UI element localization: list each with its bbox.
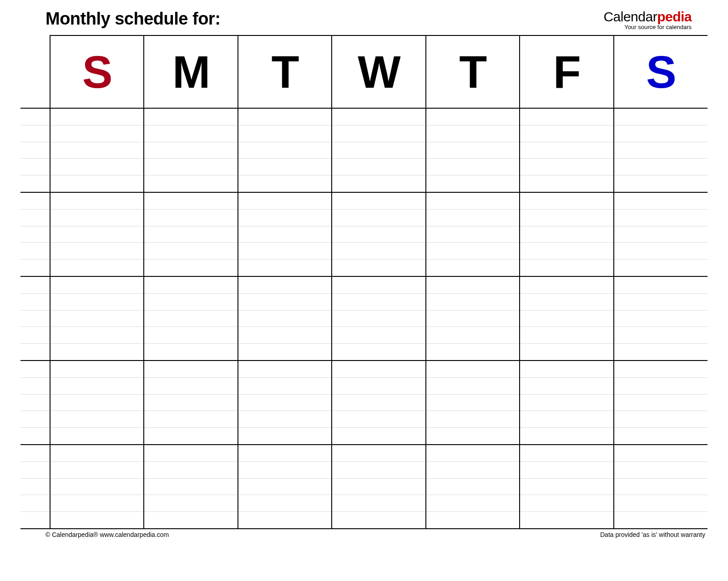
schedule-line[interactable] <box>426 109 519 125</box>
schedule-line[interactable] <box>520 428 613 444</box>
schedule-line[interactable] <box>238 344 331 360</box>
schedule-line[interactable] <box>20 361 50 378</box>
schedule-line[interactable] <box>144 159 237 175</box>
schedule-line[interactable] <box>426 395 519 411</box>
schedule-line[interactable] <box>426 142 519 159</box>
day-cell[interactable] <box>332 108 425 192</box>
day-cell[interactable] <box>144 445 238 529</box>
schedule-line[interactable] <box>614 395 708 411</box>
schedule-line[interactable] <box>426 495 519 512</box>
schedule-line[interactable] <box>426 175 519 192</box>
schedule-line[interactable] <box>20 260 50 276</box>
schedule-line[interactable] <box>51 243 143 260</box>
day-cell[interactable] <box>426 361 520 445</box>
schedule-line[interactable] <box>332 175 425 192</box>
schedule-line[interactable] <box>20 411 50 428</box>
schedule-line[interactable] <box>614 361 708 378</box>
schedule-line[interactable] <box>51 445 143 462</box>
schedule-line[interactable] <box>144 142 237 159</box>
day-cell[interactable] <box>426 276 520 361</box>
schedule-line[interactable] <box>51 277 143 294</box>
schedule-line[interactable] <box>20 125 50 142</box>
day-cell[interactable] <box>238 361 332 445</box>
schedule-line[interactable] <box>332 512 425 528</box>
day-cell[interactable] <box>332 445 425 529</box>
schedule-line[interactable] <box>238 411 331 428</box>
schedule-line[interactable] <box>238 277 331 294</box>
schedule-line[interactable] <box>51 479 143 496</box>
schedule-line[interactable] <box>332 361 425 378</box>
schedule-line[interactable] <box>51 125 143 142</box>
schedule-line[interactable] <box>51 311 143 327</box>
schedule-line[interactable] <box>51 260 143 276</box>
schedule-line[interactable] <box>332 327 425 344</box>
day-cell[interactable] <box>614 276 708 361</box>
schedule-line[interactable] <box>520 260 613 276</box>
schedule-line[interactable] <box>614 378 708 395</box>
schedule-line[interactable] <box>238 260 331 276</box>
schedule-line[interactable] <box>520 311 613 327</box>
schedule-line[interactable] <box>520 479 613 496</box>
day-cell[interactable] <box>614 361 708 445</box>
schedule-line[interactable] <box>426 125 519 142</box>
schedule-line[interactable] <box>520 159 613 175</box>
day-cell[interactable] <box>614 108 708 192</box>
schedule-line[interactable] <box>332 277 425 294</box>
schedule-line[interactable] <box>426 344 519 360</box>
schedule-line[interactable] <box>332 260 425 276</box>
schedule-line[interactable] <box>144 361 237 378</box>
week-label-cell[interactable] <box>20 192 50 276</box>
schedule-line[interactable] <box>520 445 613 462</box>
schedule-line[interactable] <box>144 428 237 444</box>
schedule-line[interactable] <box>144 125 237 142</box>
day-cell[interactable] <box>520 361 613 445</box>
schedule-line[interactable] <box>144 175 237 192</box>
schedule-line[interactable] <box>614 210 708 226</box>
day-cell[interactable] <box>50 192 144 276</box>
schedule-line[interactable] <box>20 210 50 226</box>
day-cell[interactable] <box>238 108 332 192</box>
schedule-line[interactable] <box>520 175 613 192</box>
schedule-line[interactable] <box>51 378 143 395</box>
schedule-line[interactable] <box>426 260 519 276</box>
schedule-line[interactable] <box>520 327 613 344</box>
schedule-line[interactable] <box>51 395 143 411</box>
schedule-line[interactable] <box>614 193 708 210</box>
schedule-line[interactable] <box>520 210 613 226</box>
schedule-line[interactable] <box>238 495 331 512</box>
schedule-line[interactable] <box>426 294 519 311</box>
day-cell[interactable] <box>238 445 332 529</box>
schedule-line[interactable] <box>238 479 331 496</box>
schedule-line[interactable] <box>144 479 237 496</box>
schedule-line[interactable] <box>332 125 425 142</box>
schedule-line[interactable] <box>144 294 237 311</box>
schedule-line[interactable] <box>51 411 143 428</box>
day-cell[interactable] <box>144 276 238 361</box>
schedule-line[interactable] <box>332 193 425 210</box>
schedule-line[interactable] <box>51 361 143 378</box>
schedule-line[interactable] <box>20 226 50 243</box>
schedule-line[interactable] <box>426 226 519 243</box>
day-cell[interactable] <box>144 108 238 192</box>
schedule-line[interactable] <box>426 210 519 226</box>
schedule-line[interactable] <box>426 327 519 344</box>
schedule-line[interactable] <box>614 311 708 327</box>
schedule-line[interactable] <box>426 479 519 496</box>
day-cell[interactable] <box>50 361 144 445</box>
schedule-line[interactable] <box>144 495 237 512</box>
schedule-line[interactable] <box>614 294 708 311</box>
schedule-line[interactable] <box>614 327 708 344</box>
schedule-line[interactable] <box>332 428 425 444</box>
schedule-line[interactable] <box>520 378 613 395</box>
schedule-line[interactable] <box>238 175 331 192</box>
schedule-line[interactable] <box>520 294 613 311</box>
schedule-line[interactable] <box>238 226 331 243</box>
schedule-line[interactable] <box>520 462 613 479</box>
schedule-line[interactable] <box>20 344 50 360</box>
schedule-line[interactable] <box>614 428 708 444</box>
week-label-cell[interactable] <box>20 445 50 529</box>
schedule-line[interactable] <box>51 109 143 125</box>
schedule-line[interactable] <box>332 462 425 479</box>
schedule-line[interactable] <box>20 277 50 294</box>
day-cell[interactable] <box>332 192 425 276</box>
